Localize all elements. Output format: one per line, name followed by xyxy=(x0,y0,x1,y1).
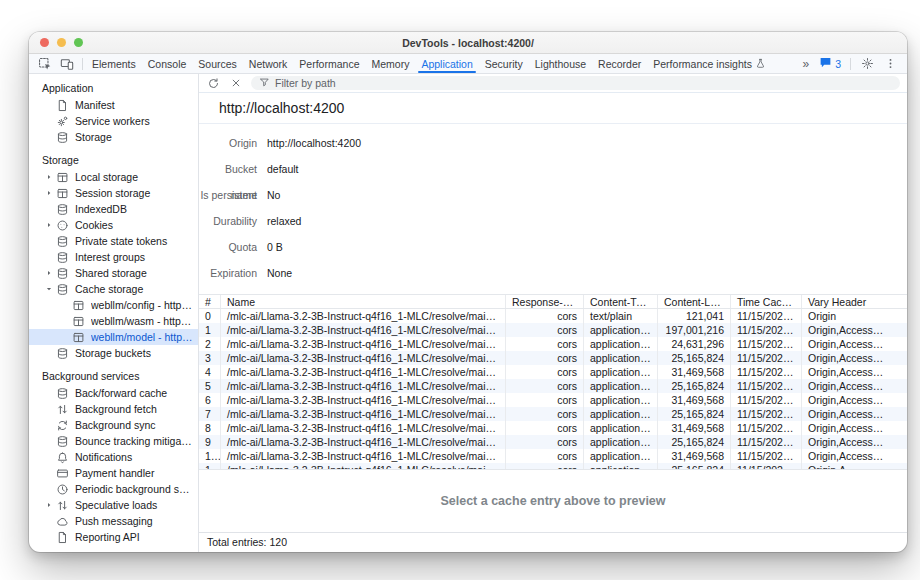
sidebar-item-payment-handler[interactable]: Payment handler xyxy=(29,465,198,481)
funnel-icon xyxy=(259,77,270,88)
tab-lighthouse[interactable]: Lighthouse xyxy=(529,54,592,73)
sidebar-item-bounce-tracking-mitigations[interactable]: Bounce tracking mitigations xyxy=(29,433,198,449)
cell: Origin,A… xyxy=(802,463,907,469)
sidebar-item-shared-storage[interactable]: Shared storage xyxy=(29,265,198,281)
sidebar-item-label: Storage buckets xyxy=(75,347,155,359)
divider xyxy=(850,58,851,70)
metadata-label: Bucket name xyxy=(199,156,257,182)
column-header-content-length[interactable]: Content-Length xyxy=(658,295,731,308)
cell: /mlc-ai/Llama-3.2-3B-Instruct-q4f16_1-ML… xyxy=(221,435,506,449)
expander-right-icon[interactable] xyxy=(43,173,55,181)
expander-right-icon[interactable] xyxy=(43,501,55,509)
more-tabs-button[interactable]: » xyxy=(798,57,813,71)
sidebar-item-indexeddb[interactable]: IndexedDB xyxy=(29,201,198,217)
tab-console[interactable]: Console xyxy=(142,54,193,73)
cache-entry-row-7[interactable]: 7/mlc-ai/Llama-3.2-3B-Instruct-q4f16_1-M… xyxy=(199,407,907,421)
sidebar-item-webllm-wasm-http-loca[interactable]: webllm/wasm - http://loca… xyxy=(29,313,198,329)
cache-entry-row-9[interactable]: 9/mlc-ai/Llama-3.2-3B-Instruct-q4f16_1-M… xyxy=(199,435,907,449)
sidebar-item-cache-storage[interactable]: Cache storage xyxy=(29,281,198,297)
cache-entry-row-4[interactable]: 4/mlc-ai/Llama-3.2-3B-Instruct-q4f16_1-M… xyxy=(199,365,907,379)
cell: 11/15/2024, 10… xyxy=(731,309,802,323)
sidebar-item-service-workers[interactable]: Service workers xyxy=(29,113,198,129)
tab-security[interactable]: Security xyxy=(479,54,529,73)
cell: application/oc… xyxy=(584,421,658,435)
tab-performance-insights[interactable]: Performance insights xyxy=(647,54,772,73)
cache-entry-row-2[interactable]: 2/mlc-ai/Llama-3.2-3B-Instruct-q4f16_1-M… xyxy=(199,337,907,351)
cell: Origin,Access… xyxy=(802,421,907,435)
application-sidebar: ApplicationManifestService workersStorag… xyxy=(29,74,199,552)
sidebar-item-label: Back/forward cache xyxy=(75,387,171,399)
column-header-name[interactable]: Name xyxy=(221,295,506,308)
tab-performance[interactable]: Performance xyxy=(293,54,365,73)
cache-entry-row-11[interactable]: 11/mlc-ai/Llama-3.2-3B-Instruct-q4f16_1-… xyxy=(199,463,907,469)
cell: Origin,Access… xyxy=(802,393,907,407)
metadata-value: None xyxy=(257,260,292,286)
cell: /mlc-ai/Llama-3.2-3B-Instruct-q4f16_1-ML… xyxy=(221,421,506,435)
sidebar-item-periodic-background-sync[interactable]: Periodic background sync xyxy=(29,481,198,497)
column-header-vary-header[interactable]: Vary Header xyxy=(802,295,907,308)
cookie-icon xyxy=(55,219,70,232)
sidebar-item-interest-groups[interactable]: Interest groups xyxy=(29,249,198,265)
expander-down-icon[interactable] xyxy=(43,285,55,293)
settings-gear-icon[interactable] xyxy=(857,54,877,73)
refresh-icon[interactable] xyxy=(205,75,221,91)
tab-network[interactable]: Network xyxy=(243,54,294,73)
cache-entry-row-1[interactable]: 1/mlc-ai/Llama-3.2-3B-Instruct-q4f16_1-M… xyxy=(199,323,907,337)
cache-origin-title: http://localhost:4200 xyxy=(199,93,907,124)
sidebar-item-notifications[interactable]: Notifications xyxy=(29,449,198,465)
expander-right-icon[interactable] xyxy=(43,221,55,229)
sidebar-item-webllm-config-http-loc[interactable]: webllm/config - http://loc… xyxy=(29,297,198,313)
cell: 25,165,824 xyxy=(658,463,731,469)
sidebar-item-push-messaging[interactable]: Push messaging xyxy=(29,513,198,529)
devtools-tabbar: ElementsConsoleSourcesNetworkPerformance… xyxy=(29,54,907,74)
tab-elements[interactable]: Elements xyxy=(86,54,142,73)
cell: cors xyxy=(506,337,584,351)
sidebar-item-background-fetch[interactable]: Background fetch xyxy=(29,401,198,417)
cache-entry-row-0[interactable]: 0/mlc-ai/Llama-3.2-3B-Instruct-q4f16_1-M… xyxy=(199,309,907,323)
sidebar-item-local-storage[interactable]: Local storage xyxy=(29,169,198,185)
total-entries-text: Total entries: 120 xyxy=(207,536,287,548)
expander-right-icon[interactable] xyxy=(43,189,55,197)
sidebar-item-back-forward-cache[interactable]: Back/forward cache xyxy=(29,385,198,401)
cache-entry-row-6[interactable]: 6/mlc-ai/Llama-3.2-3B-Instruct-q4f16_1-M… xyxy=(199,393,907,407)
cell: 0 xyxy=(199,309,221,323)
inspect-element-icon[interactable] xyxy=(35,54,55,73)
tab-application[interactable]: Application xyxy=(415,54,478,73)
cell: 2 xyxy=(199,337,221,351)
sidebar-item-reporting-api[interactable]: Reporting API xyxy=(29,529,198,545)
cache-entry-row-8[interactable]: 8/mlc-ai/Llama-3.2-3B-Instruct-q4f16_1-M… xyxy=(199,421,907,435)
expander-right-icon[interactable] xyxy=(43,269,55,277)
sidebar-item-session-storage[interactable]: Session storage xyxy=(29,185,198,201)
column-header-[interactable]: # xyxy=(199,295,221,308)
cell: cors xyxy=(506,351,584,365)
device-toolbar-icon[interactable] xyxy=(57,54,77,73)
column-header-content-type[interactable]: Content-Type xyxy=(584,295,658,308)
sidebar-item-webllm-model-http-loc[interactable]: webllm/model - http://loc… xyxy=(29,329,198,345)
sidebar-item-manifest[interactable]: Manifest xyxy=(29,97,198,113)
cache-entry-row-5[interactable]: 5/mlc-ai/Llama-3.2-3B-Instruct-q4f16_1-M… xyxy=(199,379,907,393)
column-header-response-type[interactable]: Response-Type xyxy=(506,295,584,308)
sidebar-item-storage-buckets[interactable]: Storage buckets xyxy=(29,345,198,361)
cell: 11/15/2024, 10… xyxy=(731,435,802,449)
cache-entry-row-10[interactable]: 10/mlc-ai/Llama-3.2-3B-Instruct-q4f16_1-… xyxy=(199,449,907,463)
metadata-label: Quota xyxy=(199,234,257,260)
kebab-menu-icon[interactable] xyxy=(880,54,900,73)
filter-input[interactable]: Filter by path xyxy=(251,76,900,90)
tab-sources[interactable]: Sources xyxy=(192,54,243,73)
cell: application/oc… xyxy=(584,435,658,449)
sidebar-item-private-state-tokens[interactable]: Private state tokens xyxy=(29,233,198,249)
column-header-time-cached[interactable]: Time Cached xyxy=(731,295,802,308)
cache-entry-row-3[interactable]: 3/mlc-ai/Llama-3.2-3B-Instruct-q4f16_1-M… xyxy=(199,351,907,365)
feedback-button[interactable]: 3 xyxy=(816,56,844,71)
sidebar-item-speculative-loads[interactable]: Speculative loads xyxy=(29,497,198,513)
tab-memory[interactable]: Memory xyxy=(365,54,415,73)
sidebar-item-cookies[interactable]: Cookies xyxy=(29,217,198,233)
delete-selected-icon[interactable] xyxy=(228,75,244,91)
sidebar-item-background-sync[interactable]: Background sync xyxy=(29,417,198,433)
tab-label: Security xyxy=(485,58,523,70)
sidebar-item-storage[interactable]: Storage xyxy=(29,129,198,145)
tab-recorder[interactable]: Recorder xyxy=(592,54,647,73)
cell: application/oc… xyxy=(584,337,658,351)
sidebar-item-label: Service workers xyxy=(75,115,154,127)
cell: 31,469,568 xyxy=(658,421,731,435)
